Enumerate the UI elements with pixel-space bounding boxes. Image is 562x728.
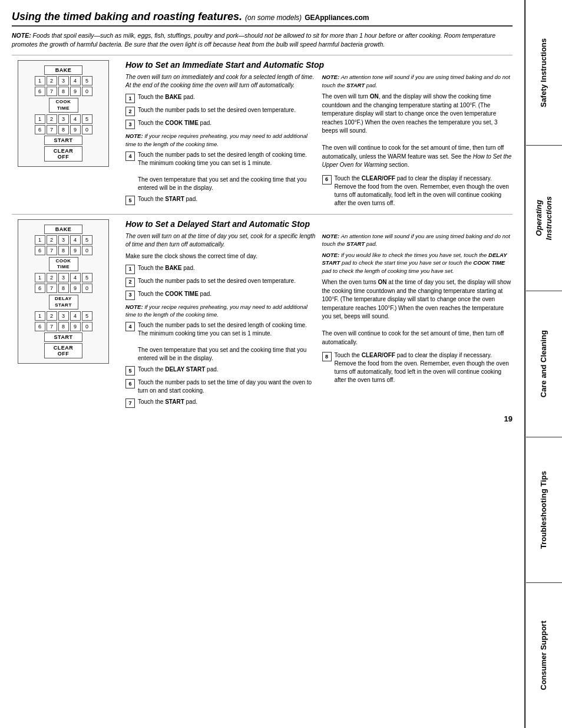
section1-note-preheat: NOTE: If your recipe requires preheating… [125,132,316,148]
section-immediate-start: Bake 1 2 3 4 5 6 7 8 9 0 C [12,55,513,210]
sidebar: Safety Instructions OperatingInstruction… [525,0,562,728]
section2-title: How to Set a Delayed Start and Automatic… [125,219,513,229]
panel-diagram-2: Bake 1 2 3 4 5 6 7 8 9 0 C [12,219,121,411]
section1-intro: The oven will turn on immediately and co… [125,73,316,90]
clear-off-btn-2: ClearOff [44,343,82,358]
step1-1: 1 Touch the BAKE pad. [125,93,316,103]
note-label: NOTE: [12,32,31,39]
sidebar-consumer-text: Consumer Support [539,621,549,690]
section2-note1: NOTE: An attention tone will sound if yo… [322,232,513,248]
bake-btn-1: Bake [44,65,82,75]
section2-note-preheat: NOTE: If your recipe requires preheating… [125,303,316,319]
clear-off-btn-1: ClearOff [44,146,82,162]
section1-title: How to Set an Immediate Start and Automa… [125,60,513,70]
num-row-1b: 6 7 8 9 0 [23,87,104,96]
step2-4: 4 Touch the number pads to set the desir… [125,321,316,363]
sidebar-operating-text: OperatingInstructions [534,196,554,240]
step1-2: 2 Touch the number pads to set the desir… [125,106,316,116]
sidebar-troubleshooting-text: Troubleshooting Tips [539,471,549,549]
num-row-2d: 6 7 8 9 0 [23,284,104,293]
step1-4: 4 Touch the number pads to set the desir… [125,151,316,192]
section2-body: When the oven turns ON at the time of da… [322,278,513,347]
sidebar-safety: Safety Instructions [526,0,562,146]
num-row-1d: 6 7 8 9 0 [23,125,104,134]
bake-btn-2: Bake [44,225,82,234]
sidebar-operating: OperatingInstructions [526,146,562,291]
cook-time-btn-1: CookTime [49,98,78,113]
step2-8: 8 Touch the CLEAR/OFF pad to clear the d… [322,351,513,384]
step2-6: 6 Touch the number pads to set the time … [125,378,316,395]
cook-time-btn-2: CookTime [49,257,78,272]
page-note: NOTE: Foods that spoil easily—such as mi… [12,31,513,49]
page-wrapper: Using the timed baking and roasting feat… [0,0,562,728]
section2-note2: NOTE: If you would like to check the tim… [322,251,513,275]
page-title: Using the timed baking and roasting feat… [12,11,513,27]
website-text: GEAppliances.com [305,14,369,22]
title-text: Using the timed baking and roasting feat… [12,11,242,22]
page-number: 19 [12,414,513,423]
sidebar-troubleshooting: Troubleshooting Tips [526,437,562,583]
note-content: Foods that spoil easily—such as milk, eg… [12,32,495,48]
num-row-2e: 1 2 3 4 5 [23,311,104,321]
step2-1: 1 Touch the BAKE pad. [125,264,316,274]
num-row-2c: 1 2 3 4 5 [23,273,104,282]
section2-steps-col: The oven will turn on at the time of day… [125,232,316,411]
num-row-2a: 1 2 3 4 5 [23,235,104,245]
oven-panel-1: Bake 1 2 3 4 5 6 7 8 9 0 C [18,60,109,167]
section2-make-sure: Make sure the clock shows the correct ti… [125,252,316,261]
sidebar-care-text: Care and Cleaning [539,330,549,397]
step2-3: 3 Touch the COOK TIME pad. [125,290,316,300]
subtitle-text: (on some models) [245,14,302,22]
section1-notes-col: NOTE: An attention tone will sound if yo… [322,73,513,210]
num-row-1a: 1 2 3 4 5 [23,76,104,85]
section2-intro: The oven will turn on at the time of day… [125,232,316,249]
delay-start-btn-2: DelayStart [49,295,78,309]
panel-diagram-1: Bake 1 2 3 4 5 6 7 8 9 0 C [12,60,121,210]
step2-5: 5 Touch the DELAY START pad. [125,365,316,375]
step2-7: 7 Touch the START pad. [125,398,316,408]
start-btn-1: Start [44,136,82,145]
section2-notes-col: NOTE: An attention tone will sound if yo… [322,232,513,411]
step1-5: 5 Touch the START pad. [125,195,316,205]
sidebar-safety-text: Safety Instructions [539,38,549,107]
oven-panel-2: Bake 1 2 3 4 5 6 7 8 9 0 C [18,219,109,364]
sidebar-care: Care and Cleaning [526,291,562,437]
section1-note1: NOTE: An attention tone will sound if yo… [322,73,513,89]
section2-cols: The oven will turn on at the time of day… [125,232,513,411]
step1-3: 3 Touch the COOK TIME pad. [125,119,316,129]
section1-right: How to Set an Immediate Start and Automa… [121,60,513,210]
section2-right: How to Set a Delayed Start and Automatic… [121,219,513,411]
start-btn-2: Start [44,332,82,342]
sidebar-consumer: Consumer Support [526,583,562,728]
step1-6: 6 Touch the CLEAR/OFF pad to clear the d… [322,174,513,207]
num-row-2f: 6 7 8 9 0 [23,322,104,331]
num-row-1c: 1 2 3 4 5 [23,114,104,124]
section-delayed-start: Bake 1 2 3 4 5 6 7 8 9 0 C [12,214,513,411]
section1-cols: The oven will turn on immediately and co… [125,73,513,210]
main-content: Using the timed baking and roasting feat… [0,0,525,728]
section1-steps-col: The oven will turn on immediately and co… [125,73,316,210]
section1-body: The oven will turn ON, and the display w… [322,93,513,170]
step2-2: 2 Touch the number pads to set the desir… [125,277,316,287]
num-row-2b: 6 7 8 9 0 [23,246,104,255]
